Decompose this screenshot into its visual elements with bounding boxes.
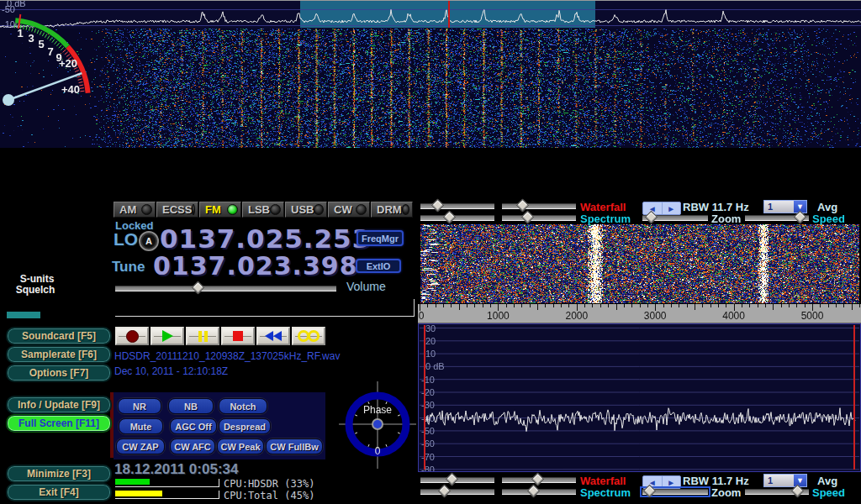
zoom-label-bottom: Zoom xyxy=(711,486,741,499)
scroll-right-icon[interactable]: ► xyxy=(662,476,681,488)
dsp-panel: NRNBNotchMuteAGC OffDespreadCW ZAPCW AFC… xyxy=(114,392,325,459)
dropdown-chevron-icon[interactable]: ▼ xyxy=(794,475,806,486)
dsp-button-agc-off[interactable]: AGC Off xyxy=(170,418,217,434)
pause-icon xyxy=(198,331,208,342)
volume-label: Volume xyxy=(346,280,386,293)
waterfall-brightness-slider-bottom-thumb[interactable] xyxy=(446,473,459,486)
dsp-button-cw-fullbw[interactable]: CW FullBw xyxy=(266,438,323,454)
dsp-button-nr[interactable]: NR xyxy=(118,398,161,414)
speed-label-bottom: Speed xyxy=(812,486,845,499)
stop-button[interactable] xyxy=(221,327,255,345)
volume-slider-thumb[interactable] xyxy=(192,281,205,295)
freqmgr-button[interactable]: FreqMgr xyxy=(357,230,404,246)
mode-led-icon xyxy=(356,204,367,215)
left-button-soundcard-f5[interactable]: Soundcard [F5] xyxy=(7,328,111,344)
avg-label-top: Avg xyxy=(817,201,837,213)
play-icon xyxy=(162,330,173,342)
panel-divider xyxy=(0,0,861,1)
mode-button-am[interactable]: AM xyxy=(114,202,156,218)
spectrum-gain-slider-top-thumb[interactable] xyxy=(443,211,457,224)
mode-label: LSB xyxy=(248,203,270,216)
mode-button-usb[interactable]: USB xyxy=(285,202,327,218)
avg-dropdown-bottom[interactable]: 1▼ xyxy=(763,474,807,487)
spectrum-gain-slider-bottom[interactable] xyxy=(420,489,494,495)
speed-slider-top[interactable] xyxy=(745,215,809,221)
squelch-indicator xyxy=(7,312,40,318)
mode-button-lsb[interactable]: LSB xyxy=(242,202,284,218)
left-button-minimize-f3[interactable]: Minimize [F3] xyxy=(7,465,111,482)
audio-frequency-scale[interactable] xyxy=(418,303,861,323)
dsp-button-cw-afc[interactable]: CW AFC xyxy=(170,438,215,454)
loop-button[interactable] xyxy=(292,327,325,345)
spectrum-range-slider-top-thumb[interactable] xyxy=(521,211,535,224)
play-button[interactable] xyxy=(151,327,184,345)
zoom-label-top: Zoom xyxy=(711,213,741,225)
waterfall-contrast-slider-bottom[interactable] xyxy=(502,477,576,483)
squelch-caption: Squelch xyxy=(16,284,55,296)
scroll-right-icon[interactable]: ► xyxy=(662,202,681,214)
spectrum-gain-slider-top[interactable] xyxy=(420,215,494,221)
waterfall-brightness-slider-top[interactable] xyxy=(420,203,494,209)
zoom-slider-bottom[interactable] xyxy=(642,489,708,495)
tune-label: Tune xyxy=(112,259,145,276)
volume-slider[interactable] xyxy=(115,286,336,291)
cpu-bar-track xyxy=(115,478,219,487)
mode-led-icon xyxy=(402,204,409,215)
rewind-button[interactable] xyxy=(256,327,290,345)
rbw-label-top: RBW 11.7 Hz xyxy=(683,201,749,213)
audio-spectrum[interactable] xyxy=(418,323,861,472)
loop-icon xyxy=(298,330,320,342)
left-button-full-screen-f11[interactable]: Full Screen [F11] xyxy=(7,415,111,432)
s-units-caption: S-units xyxy=(20,273,55,285)
lo-lock-button[interactable]: A xyxy=(139,231,159,251)
mode-button-fm[interactable]: FM xyxy=(199,202,241,218)
dsp-button-cw-peak[interactable]: CW Peak xyxy=(217,438,264,454)
spectrum-range-slider-bottom[interactable] xyxy=(502,489,576,495)
mode-label: DRM xyxy=(377,203,402,216)
left-button-exit-f4[interactable]: Exit [F4] xyxy=(7,484,111,501)
hdsdr-app: Locked LO A 0137.025.253 FreqMgr Tune 01… xyxy=(0,0,861,504)
lo-frequency-display[interactable]: 0137.025.253 xyxy=(160,223,371,254)
dsp-button-cw-zap[interactable]: CW ZAP xyxy=(116,438,165,454)
dsp-button-mute[interactable]: Mute xyxy=(119,418,163,434)
left-button-info-update-f9[interactable]: Info / Update [F9] xyxy=(7,396,111,413)
mode-button-ecss[interactable]: ECSS xyxy=(156,202,198,218)
avg-label-bottom: Avg xyxy=(817,475,837,487)
waterfall-contrast-slider-top[interactable] xyxy=(502,203,576,209)
tune-frequency-display[interactable]: 0137.023.398 xyxy=(153,251,358,281)
mode-label: AM xyxy=(119,203,136,216)
rf-spectrum[interactable] xyxy=(0,0,861,29)
left-button-options-f7[interactable]: Options [F7] xyxy=(7,365,111,381)
left-button-samplerate-f6[interactable]: Samplerate [F6] xyxy=(7,346,111,363)
spectrum-range-slider-bottom-thumb[interactable] xyxy=(527,485,541,498)
dsp-button-notch[interactable]: Notch xyxy=(219,398,267,414)
record-button[interactable] xyxy=(115,327,149,345)
extio-button[interactable]: ExtIO xyxy=(356,259,401,273)
spectrum-gain-slider-bottom-thumb[interactable] xyxy=(438,485,452,498)
pause-button[interactable] xyxy=(186,327,219,345)
avg-dropdown-value: 1 xyxy=(764,475,794,486)
waterfall-brightness-slider-bottom[interactable] xyxy=(420,477,494,483)
mode-label: USB xyxy=(291,203,314,216)
dsp-button-despread[interactable]: Despread xyxy=(219,418,271,434)
spectrum-range-slider-top[interactable] xyxy=(502,215,576,221)
zoom-slider-top[interactable] xyxy=(642,215,708,221)
mode-button-drm[interactable]: DRM xyxy=(371,202,413,218)
mode-led-icon xyxy=(314,204,324,215)
waterfall-brightness-slider-top-thumb[interactable] xyxy=(431,199,445,213)
recording-timestamp: Dec 10, 2011 - 12:10:18Z xyxy=(114,365,228,377)
mode-led-icon xyxy=(192,204,195,215)
dsp-button-nb[interactable]: NB xyxy=(168,398,214,414)
spectrum-label-bottom: Spectrum xyxy=(580,486,631,499)
recording-filename: HDSDR_20111210_120938Z_137025kHz_RF.wav xyxy=(114,350,340,362)
mode-led-icon xyxy=(270,204,281,215)
cpu-label: CPU:HDSDR (33%) xyxy=(224,478,314,490)
mode-led-icon xyxy=(227,204,238,215)
mode-button-cw[interactable]: CW xyxy=(328,202,370,218)
scroll-left-icon[interactable]: ◄ xyxy=(643,476,662,488)
waterfall-label-bottom: Waterfall xyxy=(580,475,626,487)
audio-waterfall[interactable] xyxy=(420,224,859,303)
speed-slider-bottom[interactable] xyxy=(745,489,809,495)
lo-label: LO xyxy=(114,229,138,249)
clock: 18.12.2011 0:05:34 xyxy=(114,461,238,478)
